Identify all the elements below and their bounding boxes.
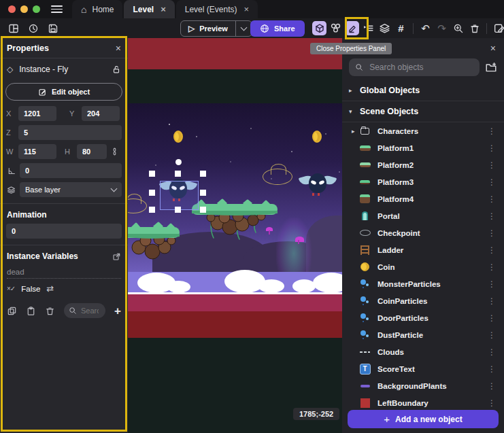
item-menu-icon[interactable]: ⋮ — [486, 177, 497, 187]
close-properties-icon[interactable]: × — [116, 44, 121, 53]
scene-objects-group[interactable]: ▾ Scene Objects — [342, 101, 504, 122]
item-menu-icon[interactable]: ⋮ — [486, 347, 497, 357]
cloud-sprite[interactable] — [224, 270, 265, 293]
ufo-outline-sprite[interactable] — [128, 198, 147, 213]
add-folder-icon[interactable] — [485, 61, 497, 73]
resize-handle-se[interactable] — [200, 207, 206, 213]
resize-handle-w[interactable] — [149, 190, 155, 196]
item-menu-icon[interactable]: ⋮ — [486, 313, 497, 323]
width-input[interactable] — [18, 144, 56, 159]
object-list-item[interactable]: DustParticle ⋮ — [342, 326, 504, 343]
object-list-item[interactable]: Ladder ⋮ — [342, 241, 504, 258]
item-menu-icon[interactable]: ⋮ — [486, 228, 497, 238]
grid-icon[interactable]: # — [394, 21, 408, 35]
object-list-item[interactable]: Platform3 ⋮ — [342, 173, 504, 190]
tab-close-icon[interactable]: × — [161, 5, 166, 14]
paste-icon[interactable] — [26, 306, 36, 316]
add-variable-button[interactable]: + — [114, 305, 121, 317]
animation-input[interactable] — [6, 224, 122, 239]
window-controls[interactable] — [8, 5, 40, 13]
item-menu-icon[interactable]: ⋮ — [486, 279, 497, 289]
delete-icon[interactable] — [467, 21, 482, 35]
notes-icon[interactable] — [492, 21, 504, 35]
coin-sprite[interactable] — [312, 131, 322, 143]
z-input[interactable] — [18, 125, 122, 140]
objects-search-input[interactable] — [368, 62, 473, 73]
item-menu-icon[interactable]: ⋮ — [486, 143, 497, 153]
variables-search-input[interactable] — [80, 306, 100, 315]
item-menu-icon[interactable]: ⋮ — [486, 126, 497, 136]
cloud-sprite[interactable] — [167, 281, 190, 293]
redo-icon[interactable]: ↷ — [435, 21, 449, 35]
maximize-window-button[interactable] — [33, 5, 40, 13]
toggle-value-icon[interactable]: ⇄ — [46, 283, 54, 294]
save-icon[interactable] — [46, 21, 60, 35]
panels-icon[interactable] — [6, 21, 20, 35]
item-menu-icon[interactable]: ⋮ — [486, 262, 497, 272]
resize-handle-sw[interactable] — [149, 207, 155, 213]
resize-handle-s[interactable] — [175, 207, 181, 213]
fly-monster-sprite[interactable] — [299, 171, 336, 198]
cloud-sprite[interactable] — [292, 279, 316, 293]
delete-variable-icon[interactable] — [45, 306, 55, 316]
object-list-item[interactable]: Platform2 ⋮ — [342, 156, 504, 173]
link-dimensions-icon[interactable] — [110, 147, 119, 156]
item-menu-icon[interactable]: ⋮ — [486, 211, 497, 221]
preview-dropdown-button[interactable] — [235, 21, 252, 36]
layers-icon[interactable] — [377, 21, 392, 35]
scene-canvas[interactable]: 1785;-252 — [128, 38, 342, 433]
resize-handle-nw[interactable] — [149, 171, 155, 177]
x-input[interactable] — [18, 106, 56, 121]
close-window-button[interactable] — [8, 5, 16, 13]
resize-handle-n[interactable] — [175, 171, 181, 177]
copy-icon[interactable] — [7, 306, 17, 316]
platform-sprite[interactable] — [128, 220, 184, 268]
item-menu-icon[interactable]: ⋮ — [486, 194, 497, 204]
platform-sprite[interactable] — [190, 198, 280, 247]
global-objects-group[interactable]: ▸ Global Objects — [342, 80, 504, 101]
layer-select[interactable]: Base layer — [20, 182, 122, 197]
object-list-item[interactable]: Clouds ⋮ — [342, 343, 504, 360]
object-list-item[interactable]: Checkpoint ⋮ — [342, 224, 504, 241]
object-list-item[interactable]: ScoreText ⋮ — [342, 360, 504, 377]
tab[interactable]: ⌂ Home × — [72, 0, 122, 18]
item-menu-icon[interactable]: ⋮ — [486, 296, 497, 306]
object-list-item[interactable]: Platform4 ⋮ — [342, 190, 504, 207]
object-list-item[interactable]: LeftBoundary ⋮ — [342, 394, 504, 411]
object-list-item[interactable]: Coin ⋮ — [342, 258, 504, 275]
y-input[interactable] — [82, 106, 120, 121]
view-3d-icon[interactable] — [312, 21, 326, 35]
resize-handle-e[interactable] — [200, 190, 206, 196]
minimize-window-button[interactable] — [20, 5, 28, 13]
object-list-item[interactable]: Portal ⋮ — [342, 207, 504, 224]
object-list-item[interactable]: Platform1 ⋮ — [342, 139, 504, 156]
object-list-item[interactable]: Characters ⋮ — [342, 122, 504, 139]
item-menu-icon[interactable]: ⋮ — [486, 398, 497, 408]
edit-properties-icon[interactable] — [345, 21, 359, 35]
selection-rectangle[interactable] — [160, 181, 199, 210]
variable-value[interactable]: False — [21, 285, 40, 293]
events-list-icon[interactable] — [361, 21, 375, 35]
object-list-item[interactable]: CoinParticles ⋮ — [342, 292, 504, 309]
variable-name[interactable]: dead — [7, 268, 121, 279]
add-new-object-button[interactable]: + Add a new object — [348, 410, 499, 428]
edit-object-button[interactable]: Edit object — [5, 83, 122, 101]
objects-search-box[interactable] — [349, 58, 480, 76]
zoom-in-icon[interactable] — [451, 21, 465, 35]
angle-input[interactable] — [20, 163, 122, 178]
preview-button[interactable]: ▷ Preview — [180, 20, 252, 37]
instances-icon[interactable] — [329, 21, 343, 35]
cloud-sprite[interactable] — [258, 279, 284, 293]
resize-handle-ne[interactable] — [200, 171, 206, 177]
tab[interactable]: ⌂ Level (Events) × — [176, 0, 258, 18]
history-icon[interactable] — [26, 21, 40, 35]
rotation-handle[interactable] — [175, 159, 182, 165]
close-objects-panel-icon[interactable]: × — [490, 44, 496, 53]
item-menu-icon[interactable]: ⋮ — [486, 245, 497, 255]
item-menu-icon[interactable]: ⋮ — [486, 364, 497, 374]
variables-search-box[interactable] — [64, 303, 105, 318]
ufo-outline-sprite[interactable] — [263, 169, 292, 185]
item-menu-icon[interactable]: ⋮ — [486, 381, 497, 391]
undo-icon[interactable]: ↶ — [418, 21, 433, 35]
object-list-item[interactable]: DoorParticles ⋮ — [342, 309, 504, 326]
